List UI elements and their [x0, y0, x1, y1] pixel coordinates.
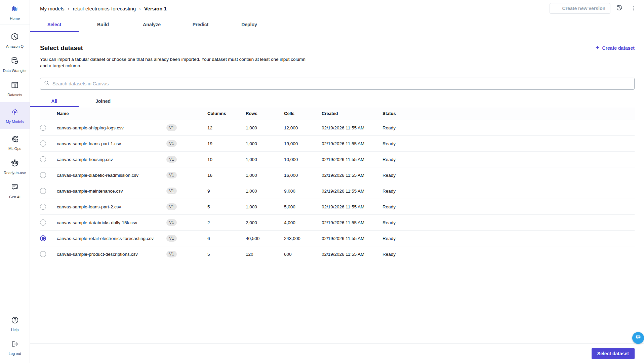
- sidebar-item-log-out[interactable]: Log out: [0, 336, 30, 363]
- dataset-cells: 12,000: [284, 125, 322, 130]
- dataset-columns: 5: [207, 252, 246, 257]
- main-content: Select dataset You can import a tabular …: [30, 32, 644, 262]
- dataset-cells: 16,000: [284, 173, 322, 178]
- dataset-name: canvas-sample-loans-part-1.csv: [57, 141, 166, 146]
- dataset-radio[interactable]: [40, 140, 46, 147]
- create-new-version-label: Create new version: [562, 6, 605, 11]
- dataset-columns: 16: [207, 173, 246, 178]
- header-divider: [274, 17, 644, 17]
- sidebar-item-help[interactable]: Help: [0, 312, 30, 336]
- dataset-radio[interactable]: [40, 188, 46, 194]
- col-header-name: Name: [57, 111, 166, 116]
- dataset-columns: 9: [207, 189, 246, 194]
- dataset-cells: 10,000: [284, 157, 322, 162]
- breadcrumb-my-models[interactable]: My models: [40, 6, 65, 11]
- dataset-created: 02/19/2026 11:55 AM: [322, 204, 383, 209]
- table-row[interactable]: canvas-sample-databricks-dolly-15k.csv V…: [40, 215, 635, 231]
- table-row[interactable]: canvas-sample-diabetic-readmission.csv V…: [40, 167, 635, 183]
- dataset-cells: 19,000: [284, 141, 322, 146]
- dataset-rows: 1,000: [246, 125, 284, 130]
- datasets-table: Name Columns Rows Cells Created Status c…: [40, 107, 635, 262]
- col-header-created: Created: [322, 111, 383, 116]
- table-header-row: Name Columns Rows Cells Created Status: [40, 107, 635, 120]
- dataset-columns: 19: [207, 141, 246, 146]
- create-dataset-label: Create dataset: [602, 45, 635, 51]
- tab-deploy[interactable]: Deploy: [225, 17, 274, 32]
- tab-predict[interactable]: Predict: [176, 17, 225, 32]
- create-dataset-button[interactable]: Create dataset: [595, 45, 635, 51]
- table-row[interactable]: canvas-sample-product-descriptions.csv V…: [40, 246, 635, 262]
- gen-ai-icon: [10, 183, 19, 193]
- table-row[interactable]: canvas-sample-loans-part-2.csv V1 5 1,00…: [40, 199, 635, 215]
- dataset-columns: 12: [207, 125, 246, 130]
- dataset-radio[interactable]: [40, 125, 46, 131]
- table-row[interactable]: canvas-sample-loans-part-1.csv V1 19 1,0…: [40, 136, 635, 152]
- dataset-cells: 4,000: [284, 220, 322, 225]
- dataset-created: 02/19/2026 11:55 AM: [322, 236, 383, 241]
- table-row[interactable]: canvas-sample-housing.csv V1 10 1,000 10…: [40, 152, 635, 167]
- dataset-radio[interactable]: [40, 156, 46, 162]
- dataset-radio[interactable]: [40, 235, 46, 241]
- footer-bar: Select dataset: [30, 344, 644, 363]
- sidebar-item-ready-to-use[interactable]: Ready-to-use: [0, 155, 30, 179]
- description-line-1: You can import a tabular dataset or choo…: [40, 56, 306, 63]
- kebab-menu-icon: [630, 5, 637, 12]
- breadcrumb-version: Version 1: [144, 6, 167, 11]
- search-icon: [44, 80, 50, 87]
- table-row[interactable]: canvas-sample-retail-electronics-forecas…: [40, 231, 635, 246]
- sidebar-item-label: ML Ops: [8, 147, 21, 151]
- sidebar-item-label: Log out: [9, 352, 21, 356]
- workflow-tabs: Select Build Analyze Predict Deploy: [30, 17, 644, 32]
- dataset-radio[interactable]: [40, 172, 46, 178]
- chat-widget-button[interactable]: [632, 332, 644, 344]
- filter-tab-all[interactable]: All: [30, 95, 79, 107]
- more-options-button[interactable]: [628, 3, 639, 14]
- tab-select[interactable]: Select: [30, 17, 79, 32]
- version-badge: V1: [166, 156, 177, 163]
- table-row[interactable]: canvas-sample-shipping-logs.csv V1 12 1,…: [40, 120, 635, 136]
- dataset-radio[interactable]: [40, 219, 46, 226]
- breadcrumb-chevron-icon: ›: [68, 6, 70, 11]
- breadcrumb-model-name[interactable]: retail-electronics-forecasting: [73, 6, 136, 11]
- dataset-name: canvas-sample-shipping-logs.csv: [57, 125, 166, 130]
- dataset-filter-tabs: All Joined: [30, 95, 635, 107]
- sidebar-item-data-wrangler[interactable]: Data Wrangler: [0, 52, 30, 77]
- dataset-cells: 5,000: [284, 204, 322, 209]
- sidebar-item-label: My Models: [6, 120, 24, 124]
- version-badge: V1: [166, 219, 177, 226]
- col-header-columns: Columns: [207, 111, 246, 116]
- sidebar-item-gen-ai[interactable]: Gen AI: [0, 179, 30, 203]
- ml-ops-icon: [10, 134, 19, 145]
- version-badge: V1: [166, 203, 177, 210]
- dataset-radio[interactable]: [40, 251, 46, 257]
- search-box: [40, 78, 635, 90]
- sidebar-item-my-models[interactable]: My Models: [0, 102, 30, 129]
- table-row[interactable]: canvas-sample-maintenance.csv V1 9 1,000…: [40, 183, 635, 199]
- plus-icon: [595, 45, 600, 51]
- sidebar-item-amazon-q[interactable]: Amazon Q: [0, 28, 30, 52]
- tab-build[interactable]: Build: [79, 17, 127, 32]
- dataset-cells: 243,000: [284, 236, 322, 241]
- col-header-cells: Cells: [284, 111, 322, 116]
- select-dataset-button[interactable]: Select dataset: [592, 348, 635, 359]
- amazon-q-icon: [10, 32, 19, 42]
- filter-tab-joined[interactable]: Joined: [79, 95, 127, 107]
- version-history-button[interactable]: [614, 3, 625, 14]
- dataset-radio[interactable]: [40, 204, 46, 210]
- version-badge: V1: [166, 140, 177, 147]
- dataset-rows: 120: [246, 252, 284, 257]
- create-new-version-button[interactable]: Create new version: [550, 3, 610, 14]
- version-badge: V1: [166, 251, 177, 257]
- search-input[interactable]: [52, 81, 631, 86]
- sidebar-item-label: Help: [11, 328, 19, 332]
- tab-analyze[interactable]: Analyze: [127, 17, 176, 32]
- dataset-name: canvas-sample-maintenance.csv: [57, 189, 166, 194]
- dataset-name: canvas-sample-housing.csv: [57, 157, 166, 162]
- dataset-name: canvas-sample-diabetic-readmission.csv: [57, 173, 166, 178]
- dataset-status: Ready: [383, 157, 635, 162]
- sidebar-item-label: Datasets: [7, 93, 22, 97]
- sidebar-item-datasets[interactable]: Datasets: [0, 77, 30, 101]
- sidebar-item-home[interactable]: Home: [0, 0, 30, 24]
- sidebar-item-ml-ops[interactable]: ML Ops: [0, 130, 30, 155]
- dataset-created: 02/19/2026 11:55 AM: [322, 125, 383, 130]
